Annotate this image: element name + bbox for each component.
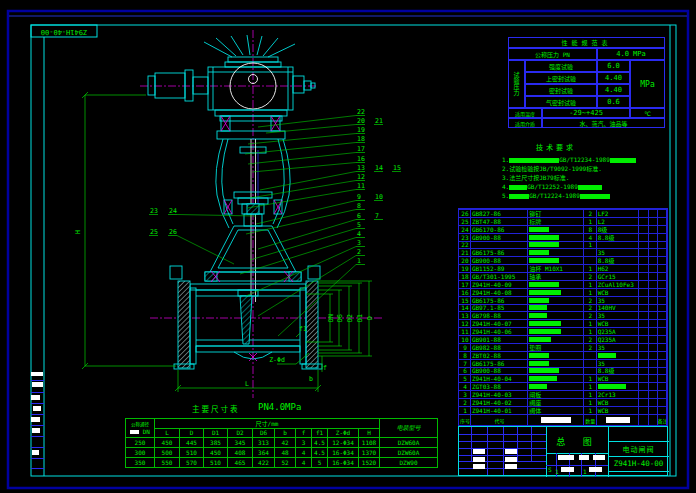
svg-text:f1: f1 [299,325,307,333]
svg-text:5: 5 [357,221,361,229]
svg-text:1: 1 [357,257,361,265]
dim-cell: 4 [296,458,312,468]
svg-text:12: 12 [357,173,365,181]
perf-test-label: 密封试验 [525,84,597,96]
svg-text:D6: D6 [336,314,344,322]
svg-text:18: 18 [357,135,365,143]
sheet-count-b: 1 [583,468,587,475]
dim-cell: 1520 [359,458,380,468]
tech-title: 技术要求 [536,142,576,152]
dim-column-header: f [296,429,312,438]
drawing-number: Z941H-40-00 [608,459,669,468]
dim-cell: 52 [275,458,296,468]
dim-cell: 500 [155,448,180,458]
dim-cell: 510 [180,448,204,458]
bom-row: 3Z941H-40-03闸板12Cr13 [459,390,667,398]
technical-requirements: 技术要求 1.GB/T12234-19892.试验检验按JB/T9092-199… [500,140,668,204]
performance-table: 性能规范表 公称压力 PN 4.0 MPa 试验压力 强度试验 6.0 上密封试… [508,37,665,128]
bom-row: 18GB/T301-1995轴承2GCr15 [459,272,667,280]
dim-cell: 300 [126,448,155,458]
title-block: 总 图 S 1 1 电动闸阀 Z941H-40-00 [458,426,668,476]
dim-table-pressure: PN4.0MPa [258,402,301,412]
dim-cell: 364 [253,448,275,458]
perf-test-group-label: 试验压力 [508,60,525,108]
dim-cell: 4 [296,448,312,458]
perf-test-label: 气密封试验 [525,96,597,108]
perf-temp-unit: ℃ [630,108,665,118]
corner-drawing-code: Z941H-40-00 [33,26,95,36]
dim-cell: 42 [275,438,296,448]
svg-text:D2: D2 [346,314,354,322]
svg-text:DN: DN [327,314,335,322]
svg-text:9: 9 [357,193,361,201]
dim-column-header: H [359,429,380,438]
perf-test-label: 上密封试验 [525,72,597,84]
bom-row: 16Z941H-40-081WCB [459,288,667,296]
svg-text:21: 21 [375,117,383,125]
svg-text:D: D [366,316,374,320]
tech-line: 5.GB/T12224-1989 [502,192,610,199]
dim-cell: 345 [228,438,253,448]
svg-text:10: 10 [375,193,383,201]
bom-row: 21GB6175-8635 [459,248,667,256]
dim-column-header: b [275,429,296,438]
doc-type: 总 图 [546,435,608,448]
dim-cell: 450 [155,438,180,448]
dim-cell: 408 [228,448,253,458]
bom-row: 13GB798-88235 [459,311,667,319]
svg-text:26: 26 [169,228,177,236]
dim-column-header: D2 [228,429,253,438]
dim-cell: DZW60A [380,448,438,458]
svg-text:b: b [309,375,313,383]
svg-text:24: 24 [169,207,177,215]
perf-title: 性能规范表 [508,37,665,48]
perf-temp-value: -29~+425 [542,108,630,118]
perf-test-value: 4.40 [597,84,630,96]
dim-cell: 48 [275,448,296,458]
dim-group-header: 尺寸/mm [155,419,380,429]
svg-text:6: 6 [357,212,361,220]
bom-row: 4ZGT03-881 [459,382,667,390]
dim-column-header: D6 [253,429,275,438]
tech-line: 2.试验检验按JB/T9092-1999标准. [502,165,602,172]
dim-column-header: D1 [204,429,228,438]
svg-text:f: f [323,364,327,372]
product-name: 电动闸阀 [608,444,669,454]
tech-line: 4.GB/T12252-1989 [502,183,602,190]
perf-unit: MPa [630,60,665,108]
dim-column-header: D [180,429,204,438]
svg-text:8: 8 [357,202,361,210]
svg-text:D1: D1 [356,314,364,322]
bom-row: 14GB97.1-852140HV [459,304,667,312]
bom-row: 25ZBT47-88标牌1L2 [459,217,667,225]
dim-column-header: f1 [312,429,328,438]
svg-text:16: 16 [357,155,365,163]
svg-text:23: 23 [150,207,158,215]
svg-text:15: 15 [393,164,401,172]
dim-col1-header: 公称通径 DN [126,419,155,438]
dim-column-header: Z-Φd [328,429,359,438]
svg-text:13: 13 [357,164,365,172]
svg-text:11: 11 [357,182,365,190]
svg-text:14: 14 [375,164,383,172]
bom-row: 10GB901-882Q235A [459,335,667,343]
dim-cell: 4.5 [312,438,328,448]
dim-table-title: 主要尺寸表 [192,403,240,414]
svg-text:3: 3 [357,239,361,247]
dim-cell: 3 [296,438,312,448]
tech-line: 1.GB/T12234-1989 [502,156,636,163]
svg-text:19: 19 [357,126,365,134]
bom-row: 8ZBT02-88 [459,351,667,359]
dim-cell: 12-Φ34 [328,438,359,448]
bom-row: 6GB900-888.8级 [459,367,667,375]
bom-row: 12Z941H-40-071WCB [459,319,667,327]
svg-text:25: 25 [150,228,158,236]
bom-row: 5Z941H-40-041WCB [459,374,667,382]
dim-cell: 350 [126,458,155,468]
bom-row: 221 [459,241,667,249]
svg-text:7: 7 [375,212,379,220]
dimension-lines [82,92,372,392]
dim-cell: 385 [204,438,228,448]
bom-row: 2Z941H-40-02阀座1WCB [459,398,667,406]
svg-text:20: 20 [357,117,365,125]
